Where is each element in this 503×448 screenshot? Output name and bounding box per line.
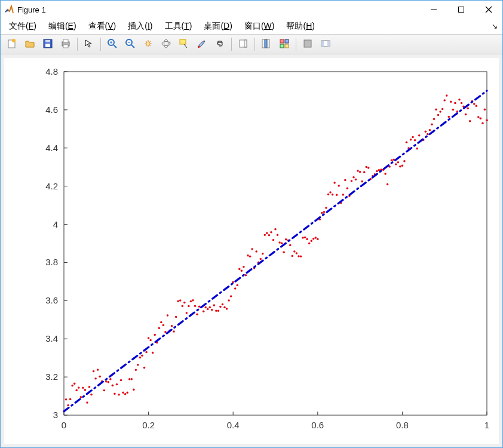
svg-point-64: [122, 392, 124, 394]
data-cursor-button[interactable]: [176, 36, 192, 53]
svg-point-106: [211, 309, 213, 311]
svg-point-124: [249, 255, 252, 257]
svg-rect-36: [327, 41, 330, 47]
svg-point-143: [289, 244, 292, 247]
zoom-out-button[interactable]: [122, 36, 139, 53]
svg-point-57: [108, 381, 110, 383]
maximize-button[interactable]: [447, 1, 475, 19]
svg-point-153: [310, 240, 312, 243]
ytick-label: 3.4: [45, 333, 58, 343]
toolbar-separator: [77, 38, 78, 51]
close-button[interactable]: [475, 1, 502, 19]
svg-rect-31: [280, 44, 284, 48]
pan-button[interactable]: [140, 36, 157, 53]
new-figure-button[interactable]: [4, 36, 20, 53]
svg-point-19: [146, 42, 150, 45]
toolbar-separator: [296, 38, 296, 51]
svg-point-160: [325, 207, 327, 209]
svg-point-147: [297, 255, 300, 257]
save-button[interactable]: [39, 36, 56, 53]
xtick-label: 0.4: [227, 420, 240, 430]
svg-point-39: [69, 398, 72, 400]
svg-point-180: [367, 167, 370, 169]
svg-point-120: [241, 269, 243, 272]
minimize-button[interactable]: [420, 1, 447, 19]
xtick-label: 0: [62, 420, 66, 430]
menu-window[interactable]: 窗口(W): [240, 20, 280, 33]
svg-point-203: [416, 148, 418, 150]
svg-point-108: [215, 310, 217, 312]
zoom-in-icon: [107, 38, 118, 51]
print-button[interactable]: [57, 36, 74, 53]
menu-view[interactable]: 查看(V): [84, 20, 121, 33]
svg-point-103: [204, 306, 207, 309]
brush-button[interactable]: [194, 36, 210, 53]
svg-point-139: [281, 242, 283, 244]
svg-point-195: [399, 165, 401, 168]
link-button[interactable]: [211, 36, 228, 53]
svg-point-209: [429, 129, 431, 131]
svg-point-102: [203, 310, 205, 312]
xtick-label: 1: [484, 420, 489, 430]
svg-point-213: [437, 114, 440, 116]
svg-point-58: [109, 378, 112, 381]
svg-point-52: [97, 369, 99, 371]
colorbar-button[interactable]: [235, 36, 252, 53]
hide-tools-button[interactable]: [299, 36, 316, 53]
svg-point-61: [116, 383, 118, 386]
svg-point-211: [433, 118, 435, 120]
svg-point-119: [238, 268, 241, 271]
axes[interactable]: 00.20.40.60.8133.23.43.63.844.24.44.64.8: [4, 58, 499, 444]
xtick-label: 0.8: [396, 420, 409, 430]
svg-point-73: [141, 355, 143, 357]
svg-point-156: [317, 238, 319, 240]
svg-point-118: [237, 284, 239, 287]
svg-point-42: [75, 389, 77, 391]
svg-point-130: [262, 253, 264, 255]
menu-desktop[interactable]: 桌面(D): [199, 20, 237, 33]
svg-point-188: [384, 173, 387, 175]
svg-point-99: [196, 314, 198, 316]
svg-point-76: [148, 337, 150, 339]
svg-point-150: [304, 237, 306, 239]
svg-point-174: [355, 179, 357, 181]
menu-help[interactable]: 帮助(H): [281, 20, 319, 33]
svg-point-140: [283, 251, 285, 253]
svg-point-87: [171, 325, 173, 327]
legend-button[interactable]: [258, 36, 275, 53]
menu-tools[interactable]: 工具(T): [160, 20, 197, 33]
toolbar-separator: [254, 38, 255, 51]
svg-rect-32: [285, 44, 289, 48]
svg-point-208: [427, 133, 429, 136]
show-tools-button[interactable]: [317, 36, 334, 53]
svg-point-114: [228, 299, 230, 302]
menu-overflow-icon[interactable]: ↘: [492, 22, 498, 30]
svg-point-176: [359, 171, 361, 173]
menu-edit[interactable]: 编辑(E): [44, 20, 81, 33]
svg-point-134: [270, 231, 272, 234]
svg-point-215: [441, 108, 444, 111]
svg-point-197: [403, 160, 406, 162]
rotate-3d-button[interactable]: [158, 36, 174, 53]
svg-rect-35: [321, 41, 324, 47]
svg-rect-29: [280, 39, 284, 43]
titlebar: Figure 1: [1, 1, 502, 19]
open-button[interactable]: [22, 36, 38, 53]
menu-file[interactable]: 文件(F): [4, 20, 41, 33]
svg-point-53: [99, 375, 101, 378]
data-cursor-icon: [179, 38, 189, 51]
menu-insert[interactable]: 插入(I): [123, 20, 157, 33]
svg-point-220: [452, 109, 455, 111]
svg-point-222: [456, 111, 459, 113]
svg-point-63: [120, 379, 122, 382]
svg-point-59: [112, 384, 114, 386]
svg-point-138: [278, 241, 281, 244]
svg-rect-24: [198, 46, 200, 48]
zoom-in-button[interactable]: [104, 36, 121, 53]
svg-point-179: [365, 166, 367, 168]
plot-tools-button[interactable]: [276, 36, 293, 53]
svg-point-228: [469, 120, 471, 122]
svg-point-162: [329, 191, 332, 194]
print-icon: [60, 38, 71, 51]
edit-cursor-button[interactable]: [81, 36, 97, 53]
